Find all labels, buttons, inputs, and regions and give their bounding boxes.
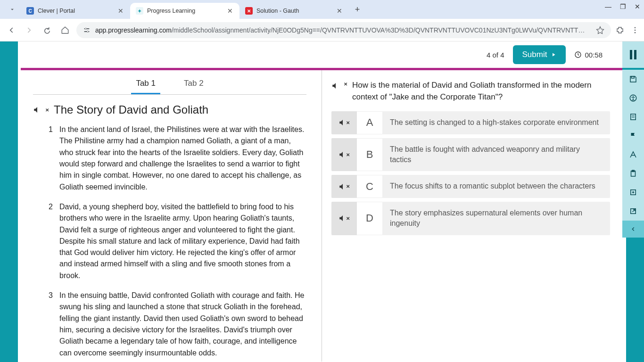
- reload-icon: [43, 26, 51, 34]
- story-title: The Story of David and Goliath: [54, 103, 208, 116]
- paragraph-number: 1: [46, 124, 53, 193]
- passage-tabs: Tab 1 Tab 2: [33, 74, 306, 95]
- clipboard-icon[interactable]: [622, 164, 644, 183]
- svg-point-10: [633, 96, 634, 97]
- paragraph-number: 3: [46, 290, 53, 359]
- star-icon[interactable]: [596, 26, 604, 34]
- home-button[interactable]: [58, 24, 72, 37]
- clock-icon: [574, 51, 582, 58]
- action-bar: 4 of 4 Submit 00:58: [18, 41, 626, 68]
- popout-icon[interactable]: [622, 202, 644, 221]
- choice-audio-button[interactable]: ✕: [331, 111, 357, 134]
- app-container: 4 of 4 Submit 00:58 Tab 1 Tab 2: [0, 41, 644, 362]
- arrow-right-icon: [25, 26, 33, 34]
- svg-point-5: [635, 29, 636, 31]
- restore-icon[interactable]: ❐: [620, 3, 626, 10]
- choice-c[interactable]: ✕ C The focus shifts to a romantic subpl…: [331, 175, 610, 197]
- favicon-progresslearning: ✦: [136, 7, 143, 15]
- kebab-menu-icon[interactable]: [631, 26, 639, 34]
- choice-letter: D: [357, 202, 382, 235]
- side-toolbar-inner: [622, 70, 644, 238]
- reload-button[interactable]: [41, 24, 54, 37]
- choice-a[interactable]: ✕ A The setting is changed to a high-sta…: [331, 111, 610, 134]
- extensions-icon[interactable]: [616, 26, 624, 34]
- choice-text: The setting is changed to a high-stakes …: [382, 111, 610, 134]
- tab-strip: C Clever | Portal ✕ ✦ Progress Learning …: [0, 0, 644, 19]
- browser-toolbar: app.progresslearning.com/middleSchool/as…: [0, 19, 644, 41]
- forward-button[interactable]: [23, 24, 36, 37]
- flag-icon[interactable]: [622, 126, 644, 145]
- add-note-icon[interactable]: [622, 183, 644, 202]
- choice-audio-button[interactable]: ✕: [331, 202, 357, 235]
- choice-audio-button[interactable]: ✕: [331, 138, 357, 172]
- tab-2[interactable]: Tab 2: [179, 79, 208, 94]
- choice-b[interactable]: ✕ B The battle is fought with advanced w…: [331, 138, 610, 172]
- paragraph: 1 In the ancient land of Israel, the Phi…: [46, 124, 306, 193]
- browser-tab-gauth[interactable]: ✕ Solution - Gauth ✕: [239, 3, 349, 19]
- close-icon[interactable]: ✕: [117, 7, 124, 15]
- back-button[interactable]: [5, 24, 18, 37]
- minimize-icon[interactable]: —: [605, 3, 611, 10]
- tab-list-dropdown[interactable]: [6, 3, 19, 16]
- choice-text: The battle is fought with advanced weapo…: [382, 138, 610, 172]
- svg-point-2: [85, 28, 86, 29]
- accessibility-icon[interactable]: [622, 89, 644, 107]
- address-bar[interactable]: app.progresslearning.com/middleSchool/as…: [76, 22, 611, 38]
- muted-x: ✕: [45, 107, 49, 113]
- browser-tab-clever[interactable]: C Clever | Portal ✕: [21, 3, 130, 19]
- pause-button[interactable]: [622, 41, 644, 68]
- site-settings-icon: [83, 26, 91, 34]
- svg-point-6: [635, 32, 636, 33]
- choice-letter: C: [357, 175, 382, 197]
- tab-title: Solution - Gauth: [256, 8, 333, 14]
- home-icon: [61, 26, 69, 34]
- question-text: How is the material of David and Goliath…: [352, 80, 610, 103]
- browser-tab-progress-learning[interactable]: ✦ Progress Learning ✕: [130, 3, 239, 19]
- arrow-left-icon: [7, 26, 16, 34]
- url-text: app.progresslearning.com/middleSchool/as…: [95, 26, 591, 34]
- choice-audio-button[interactable]: ✕: [331, 175, 357, 197]
- paragraph-list: 1 In the ancient land of Israel, the Phi…: [33, 124, 306, 359]
- favicon-clever: C: [26, 7, 34, 15]
- audio-muted-icon[interactable]: [33, 106, 41, 114]
- chevron-down-icon: [9, 6, 16, 13]
- question-progress: 4 of 4: [487, 51, 504, 59]
- answer-choices: ✕ A The setting is changed to a high-sta…: [331, 111, 610, 235]
- svg-point-4: [635, 27, 636, 28]
- audio-muted-icon[interactable]: [331, 82, 340, 90]
- save-icon[interactable]: [622, 70, 644, 89]
- close-icon[interactable]: ✕: [226, 7, 234, 15]
- paragraph: 3 In the ensuing battle, David confronte…: [46, 290, 306, 359]
- notes-icon[interactable]: [622, 107, 644, 126]
- paragraph-number: 2: [46, 201, 53, 281]
- collapse-toolbar-button[interactable]: [622, 221, 644, 238]
- toolbar-right-icons: [616, 26, 639, 34]
- submit-button[interactable]: Submit: [513, 45, 566, 64]
- tab-title: Clever | Portal: [38, 8, 114, 14]
- submit-label: Submit: [522, 50, 547, 59]
- passage-pane: Tab 1 Tab 2 ✕ The Story of David and Gol…: [18, 70, 322, 362]
- timer-value: 00:58: [585, 51, 603, 59]
- two-pane: Tab 1 Tab 2 ✕ The Story of David and Gol…: [18, 70, 626, 362]
- question-pane: ✕ How is the material of David and Golia…: [322, 70, 626, 362]
- choice-text: The focus shifts to a romantic subplot b…: [382, 175, 610, 197]
- paragraph-text: In the ensuing battle, David confronted …: [59, 290, 306, 359]
- favicon-gauth: ✕: [245, 7, 253, 15]
- chevron-left-icon: [630, 226, 636, 232]
- play-icon: [551, 51, 556, 58]
- muted-x: ✕: [344, 82, 347, 87]
- timer: 00:58: [574, 51, 603, 59]
- browser-chrome: C Clever | Portal ✕ ✦ Progress Learning …: [0, 0, 644, 41]
- choice-letter: A: [357, 111, 382, 134]
- new-tab-button[interactable]: +: [351, 3, 364, 16]
- close-icon[interactable]: ✕: [336, 7, 343, 15]
- translate-icon[interactable]: [622, 145, 644, 164]
- left-gutter: [0, 41, 18, 362]
- choice-letter: B: [357, 138, 382, 172]
- close-window-icon[interactable]: ✕: [635, 3, 640, 10]
- choice-d[interactable]: ✕ D The story emphasizes supernatural el…: [331, 202, 610, 235]
- content-area: 4 of 4 Submit 00:58 Tab 1 Tab 2: [18, 41, 626, 362]
- window-controls: — ❐ ✕: [605, 3, 640, 10]
- choice-text: The story emphasizes supernatural elemen…: [382, 202, 610, 235]
- tab-1[interactable]: Tab 1: [131, 79, 160, 94]
